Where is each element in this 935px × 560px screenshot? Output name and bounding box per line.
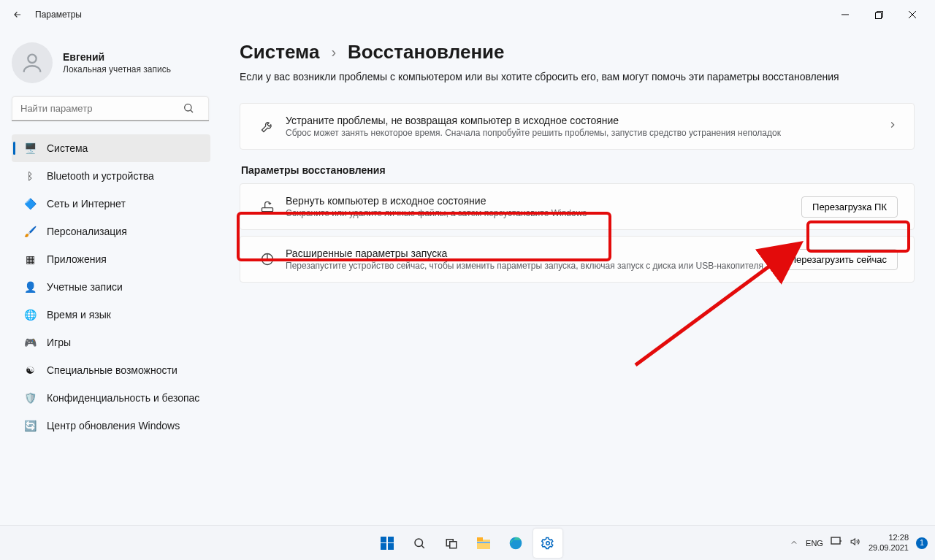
svg-rect-7 <box>262 208 273 212</box>
titlebar: Параметры <box>0 0 935 29</box>
nav-accounts[interactable]: 👤Учетные записи <box>12 273 210 301</box>
close-button[interactable] <box>896 3 929 26</box>
nav-update[interactable]: 🔄Центр обновления Windows <box>12 412 210 440</box>
svg-line-6 <box>191 110 193 112</box>
card-reset-title: Вернуть компьютер в исходное состояние <box>286 195 801 207</box>
nav-icon: 🎮 <box>23 337 37 348</box>
nav-gaming[interactable]: 🎮Игры <box>12 329 210 356</box>
tray-chevron-icon[interactable] <box>790 537 798 549</box>
breadcrumb-root[interactable]: Система <box>240 41 319 64</box>
search-icon <box>183 102 194 117</box>
network-icon[interactable] <box>831 537 842 549</box>
nav-icon: 🖌️ <box>23 226 37 237</box>
minimize-button[interactable] <box>828 3 862 26</box>
nav-label: Специальные возможности <box>47 364 178 376</box>
clock[interactable]: 12:28 29.09.2021 <box>869 533 909 552</box>
taskbar: ENG 12:28 29.09.2021 1 <box>0 525 935 560</box>
restart-now-button[interactable]: Перезагрузить сейчас <box>779 249 898 270</box>
card-reset-sub: Сохраните или удалите личные файлы, а за… <box>286 208 801 218</box>
card-adv-title: Расширенные параметры запуска <box>286 248 779 259</box>
intro-text: Если у вас возникли проблемы с компьютер… <box>240 71 915 83</box>
nav-label: Приложения <box>47 253 107 265</box>
svg-rect-14 <box>450 541 457 548</box>
nav-icon: 🔷 <box>23 198 37 210</box>
page-title: Восстановление <box>348 41 504 64</box>
card-adv-sub: Перезапустите устройство сейчас, чтобы и… <box>286 261 779 271</box>
nav-accessibility[interactable]: ☯Специальные возможности <box>12 356 210 384</box>
reset-pc-button[interactable]: Перезагрузка ПК <box>801 196 898 218</box>
user-block[interactable]: Евгений Локальная учетная запись <box>12 42 210 83</box>
nav-label: Система <box>47 142 88 154</box>
nav-personalization[interactable]: 🖌️Персонализация <box>12 218 210 245</box>
svg-marker-22 <box>851 539 855 545</box>
nav-network[interactable]: 🔷Сеть и Интернет <box>12 190 210 218</box>
app-title: Параметры <box>35 9 82 20</box>
settings-icon[interactable] <box>533 529 562 558</box>
svg-rect-1 <box>875 12 881 18</box>
svg-rect-20 <box>831 537 840 544</box>
chevron-right-icon: › <box>331 44 336 61</box>
svg-point-4 <box>28 55 36 63</box>
chevron-right-icon <box>888 120 898 133</box>
reset-icon <box>256 199 278 214</box>
svg-rect-17 <box>477 542 490 543</box>
avatar <box>12 42 53 83</box>
nav-system[interactable]: 🖥️Система <box>12 134 210 162</box>
nav-apps[interactable]: ▦Приложения <box>12 245 210 273</box>
section-header: Параметры восстановления <box>241 164 915 176</box>
svg-rect-16 <box>477 537 483 541</box>
card-fix-problems[interactable]: Устраните проблемы, не возвращая компьют… <box>240 103 915 150</box>
nav-label: Центр обновления Windows <box>47 420 180 431</box>
nav-icon: 🔄 <box>23 420 37 431</box>
breadcrumb: Система › Восстановление <box>240 41 915 64</box>
user-name: Евгений <box>63 51 171 63</box>
nav-icon: 🛡️ <box>23 392 37 404</box>
nav-label: Время и язык <box>47 309 111 321</box>
nav-icon: ᛒ <box>23 170 37 182</box>
nav-icon: 🌐 <box>23 309 37 321</box>
system-tray: ENG 12:28 29.09.2021 1 <box>790 533 935 552</box>
nav-list: 🖥️СистемаᛒBluetooth и устройства🔷Сеть и … <box>12 134 210 440</box>
svg-line-12 <box>421 545 424 548</box>
language-indicator[interactable]: ENG <box>806 539 823 548</box>
nav-label: Учетные записи <box>47 281 123 293</box>
nav-label: Сеть и Интернет <box>47 198 126 210</box>
start-button[interactable] <box>373 529 402 558</box>
maximize-button[interactable] <box>862 3 896 26</box>
sidebar: Евгений Локальная учетная запись 🖥️Систе… <box>0 29 219 525</box>
task-view-icon[interactable] <box>437 529 466 558</box>
svg-point-19 <box>546 541 550 545</box>
back-button[interactable] <box>6 3 29 26</box>
explorer-icon[interactable] <box>469 529 498 558</box>
nav-bluetooth[interactable]: ᛒBluetooth и устройства <box>12 162 210 190</box>
nav-icon: ☯ <box>23 364 37 376</box>
nav-time-language[interactable]: 🌐Время и язык <box>12 301 210 329</box>
nav-icon: 👤 <box>23 281 37 293</box>
nav-label: Игры <box>47 337 71 348</box>
clock-time: 12:28 <box>869 533 909 542</box>
search-input[interactable] <box>12 96 209 121</box>
search-box <box>12 96 210 121</box>
clock-date: 29.09.2021 <box>869 543 909 553</box>
svg-point-5 <box>185 104 191 111</box>
card-fix-title: Устраните проблемы, не возвращая компьют… <box>286 115 888 126</box>
volume-icon[interactable] <box>850 537 861 549</box>
user-subtitle: Локальная учетная запись <box>63 64 171 74</box>
nav-label: Конфиденциальность и безопас <box>47 392 199 404</box>
nav-icon: ▦ <box>23 253 37 265</box>
nav-icon: 🖥️ <box>23 142 37 154</box>
edge-icon[interactable] <box>501 529 530 558</box>
wrench-icon <box>256 119 278 134</box>
nav-privacy[interactable]: 🛡️Конфиденциальность и безопас <box>12 384 210 412</box>
card-advanced-startup: Расширенные параметры запуска Перезапуст… <box>240 236 915 283</box>
main-pane: Система › Восстановление Если у вас возн… <box>219 29 935 525</box>
notification-badge[interactable]: 1 <box>916 537 928 549</box>
svg-point-11 <box>415 539 423 547</box>
nav-label: Персонализация <box>47 226 127 237</box>
nav-label: Bluetooth и устройства <box>47 170 154 182</box>
taskbar-search-icon[interactable] <box>405 529 434 558</box>
power-icon <box>256 252 278 266</box>
card-fix-sub: Сброс может занять некоторое время. Снач… <box>286 128 888 138</box>
card-reset-pc: Вернуть компьютер в исходное состояние С… <box>240 183 915 230</box>
